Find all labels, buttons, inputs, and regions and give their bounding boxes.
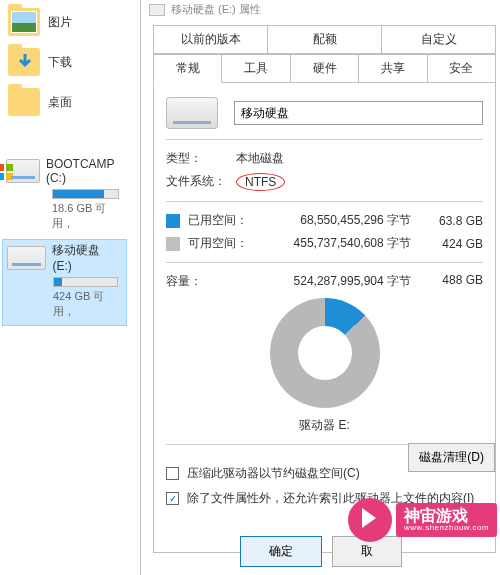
tab-tools[interactable]: 工具 — [222, 54, 290, 83]
downloads-folder-icon — [8, 48, 40, 76]
tab-customize[interactable]: 自定义 — [382, 25, 496, 54]
sidebar-item-downloads[interactable]: 下载 — [2, 44, 127, 80]
used-swatch-icon — [166, 214, 180, 228]
sidebar-item-label: 图片 — [48, 14, 72, 31]
disk-cleanup-button[interactable]: 磁盘清理(D) — [408, 443, 495, 472]
type-label: 类型： — [166, 150, 236, 167]
drive-icon — [6, 159, 40, 183]
ok-button[interactable]: 确定 — [240, 536, 322, 567]
drive-letter-label: 驱动器 E: — [166, 417, 483, 434]
desktop-folder-icon — [8, 88, 40, 116]
drive-usage-bar — [52, 189, 119, 199]
tab-quota[interactable]: 配额 — [268, 25, 382, 54]
used-human: 63.8 GB — [423, 214, 483, 228]
capacity-bytes: 524,287,995,904 字节 — [250, 273, 423, 290]
drive-label: 移动硬盘 (E:) — [52, 242, 122, 273]
general-tab-body: 类型： 本地磁盘 文件系统： NTFS 已用空间： 68,550,455,296… — [153, 83, 496, 553]
free-bytes: 455,737,540,608 字节 — [250, 235, 423, 252]
index-checkbox[interactable]: ✓ — [166, 492, 179, 505]
drive-name-input[interactable] — [234, 101, 483, 125]
drive-usage-bar — [53, 277, 118, 287]
sidebar-item-desktop[interactable]: 桌面 — [2, 84, 127, 120]
drive-sub-label: 18.6 GB 可用， — [52, 201, 123, 231]
capacity-label: 容量： — [166, 273, 250, 290]
divider — [166, 201, 483, 202]
sidebar-item-pictures[interactable]: 图片 — [2, 4, 127, 40]
watermark-brand: 神宙游戏 — [404, 507, 489, 525]
filesystem-label: 文件系统： — [166, 173, 236, 191]
used-label: 已用空间： — [188, 212, 250, 229]
watermark-url: www.shenzhouw.com — [404, 524, 489, 533]
compress-checkbox[interactable] — [166, 467, 179, 480]
drive-icon — [149, 4, 165, 16]
watermark: 神宙游戏 www.shenzhouw.com — [348, 498, 497, 542]
divider — [166, 262, 483, 263]
used-bytes: 68,550,455,296 字节 — [250, 212, 423, 229]
free-human: 424 GB — [423, 237, 483, 251]
sidebar-drive-e[interactable]: 移动硬盘 (E:) 424 GB 可用， — [2, 239, 127, 326]
pictures-folder-icon — [8, 8, 40, 36]
drive-large-icon — [166, 97, 218, 129]
free-swatch-icon — [166, 237, 180, 251]
tab-previous-versions[interactable]: 以前的版本 — [153, 25, 268, 54]
dialog-title: 移动硬盘 (E:) 属性 — [171, 2, 261, 17]
tab-row-upper: 以前的版本 配额 自定义 — [153, 25, 496, 54]
usage-pie-chart — [270, 298, 380, 408]
explorer-sidebar: 图片 下载 桌面 BOOTCAMP (C:) 18.6 GB 可用， 移动硬盘 … — [0, 0, 130, 575]
properties-dialog: 移动硬盘 (E:) 属性 以前的版本 配额 自定义 常规 工具 硬件 共享 安全… — [140, 0, 500, 575]
free-label: 可用空间： — [188, 235, 250, 252]
drive-label: BOOTCAMP (C:) — [46, 157, 123, 185]
dialog-title-row: 移动硬盘 (E:) 属性 — [141, 0, 500, 19]
filesystem-value: NTFS — [236, 173, 285, 191]
tab-sharing[interactable]: 共享 — [359, 54, 427, 83]
sidebar-item-label: 桌面 — [48, 94, 72, 111]
tab-hardware[interactable]: 硬件 — [291, 54, 359, 83]
tab-security[interactable]: 安全 — [428, 54, 496, 83]
compress-label: 压缩此驱动器以节约磁盘空间(C) — [187, 465, 360, 482]
drive-icon — [7, 246, 46, 270]
drive-sub-label: 424 GB 可用， — [53, 289, 122, 319]
sidebar-item-label: 下载 — [48, 54, 72, 71]
divider — [166, 139, 483, 140]
watermark-logo-icon — [348, 498, 392, 542]
type-value: 本地磁盘 — [236, 150, 284, 167]
sidebar-drive-c[interactable]: BOOTCAMP (C:) 18.6 GB 可用， — [2, 155, 127, 237]
tab-general[interactable]: 常规 — [153, 54, 222, 83]
tab-row-lower: 常规 工具 硬件 共享 安全 — [153, 54, 496, 83]
capacity-human: 488 GB — [423, 273, 483, 290]
